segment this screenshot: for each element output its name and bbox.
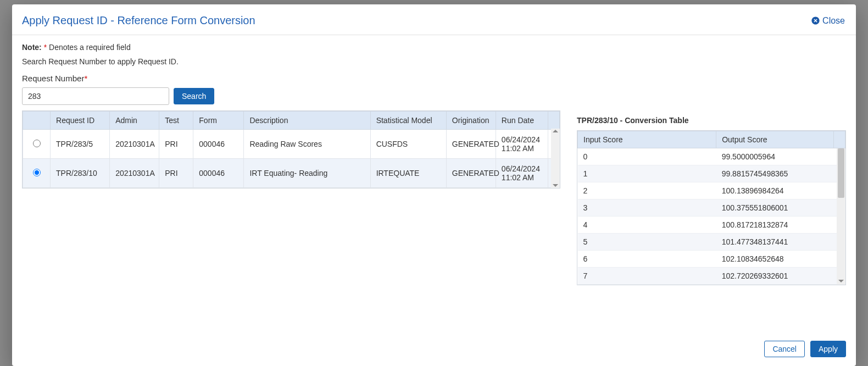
- results-pane: Request ID Admin Test Form Description S…: [22, 110, 560, 330]
- cell-output-score: 102.720269332601: [716, 268, 834, 285]
- col-output-score[interactable]: Output Score: [716, 131, 834, 148]
- note-bold: Note:: [22, 43, 42, 52]
- results-header-row: Request ID Admin Test Form Description S…: [23, 112, 560, 130]
- row-select-radio[interactable]: [33, 169, 41, 176]
- row-select-cell: [23, 159, 51, 188]
- results-scrollbar[interactable]: [551, 129, 560, 188]
- apply-button[interactable]: Apply: [810, 341, 846, 357]
- conversion-row: 3100.375551806001: [578, 199, 845, 217]
- cell-request-id: TPR/283/10: [51, 159, 110, 188]
- cell-run-date: 06/24/2024 11:02 AM: [496, 130, 548, 159]
- cell-input-score: 1: [578, 165, 716, 182]
- modal-dialog: Apply Request ID - Reference Form Conver…: [12, 4, 856, 366]
- conversion-pane: TPR/283/10 - Conversion Table Input Scor…: [577, 110, 846, 330]
- scroll-up-icon[interactable]: [553, 130, 558, 132]
- conversion-row: 199.8815745498365: [578, 165, 845, 182]
- close-icon: [811, 16, 820, 25]
- col-input-score[interactable]: Input Score: [578, 131, 716, 148]
- close-label: Close: [822, 16, 845, 26]
- cell-model: CUSFDS: [370, 130, 446, 159]
- cell-input-score: 0: [578, 148, 716, 165]
- conversion-row: 6102.10834652648: [578, 251, 845, 268]
- cell-admin: 20210301A: [110, 159, 159, 188]
- col-origination[interactable]: Origination: [446, 112, 496, 130]
- request-number-input[interactable]: [22, 87, 169, 105]
- cell-run-date: 06/24/2024 11:02 AM: [496, 159, 548, 188]
- conversion-row: 2100.13896984264: [578, 182, 845, 199]
- cell-request-id: TPR/283/5: [51, 130, 110, 159]
- note-line: Note: * Denotes a required field: [22, 43, 846, 52]
- col-spacer: [548, 112, 559, 130]
- table-row[interactable]: TPR/283/1020210301APRI000046IRT Equating…: [23, 159, 560, 188]
- conversion-table-wrap: Input Score Output Score 099.50000059641…: [577, 130, 846, 285]
- cell-output-score: 100.13896984264: [716, 182, 834, 199]
- conversion-scrollbar[interactable]: [837, 148, 845, 285]
- results-table-wrap: Request ID Admin Test Form Description S…: [22, 110, 560, 188]
- cell-input-score: 3: [578, 199, 716, 217]
- close-button[interactable]: Close: [811, 16, 845, 26]
- cell-origination: GENERATED: [446, 130, 496, 159]
- col-model[interactable]: Statistical Model: [370, 112, 446, 130]
- col-form[interactable]: Form: [193, 112, 244, 130]
- conversion-row: 099.5000005964: [578, 148, 845, 165]
- cell-output-score: 102.10834652648: [716, 251, 834, 268]
- col-description[interactable]: Description: [244, 112, 370, 130]
- table-row[interactable]: TPR/283/520210301APRI000046Reading Raw S…: [23, 130, 560, 159]
- col-admin[interactable]: Admin: [110, 112, 159, 130]
- cell-input-score: 2: [578, 182, 716, 199]
- conversion-header-row: Input Score Output Score: [578, 131, 845, 148]
- request-number-label: Request Number*: [22, 74, 846, 83]
- col-spacer: [834, 131, 845, 148]
- col-request-id[interactable]: Request ID: [51, 112, 110, 130]
- conversion-title: TPR/283/10 - Conversion Table: [577, 116, 846, 125]
- conversion-row: 7102.720269332601: [578, 268, 845, 285]
- required-asterisk-icon: *: [84, 74, 87, 83]
- required-asterisk-icon: *: [44, 43, 47, 52]
- conversion-table: Input Score Output Score 099.50000059641…: [577, 131, 845, 285]
- scroll-down-icon[interactable]: [553, 184, 558, 187]
- modal-body: Note: * Denotes a required field Search …: [12, 35, 856, 335]
- cell-origination: GENERATED: [446, 159, 496, 188]
- modal-header: Apply Request ID - Reference Form Conver…: [12, 4, 856, 35]
- cell-output-score: 99.8815745498365: [716, 165, 834, 182]
- cell-output-score: 101.477348137441: [716, 234, 834, 251]
- cell-input-score: 6: [578, 251, 716, 268]
- cell-form: 000046: [193, 159, 244, 188]
- results-table: Request ID Admin Test Form Description S…: [23, 111, 560, 188]
- conversion-row: 4100.817218132874: [578, 217, 845, 234]
- cell-input-score: 7: [578, 268, 716, 285]
- col-test[interactable]: Test: [159, 112, 193, 130]
- cell-description: IRT Equating- Reading: [244, 159, 370, 188]
- cancel-button[interactable]: Cancel: [764, 341, 805, 357]
- conversion-row: 5101.477348137441: [578, 234, 845, 251]
- cell-output-score: 99.5000005964: [716, 148, 834, 165]
- content-split: Request ID Admin Test Form Description S…: [22, 110, 846, 330]
- note-text: Denotes a required field: [49, 43, 131, 52]
- row-select-radio[interactable]: [33, 140, 41, 147]
- search-row: Search: [22, 87, 846, 105]
- cell-test: PRI: [159, 159, 193, 188]
- search-button[interactable]: Search: [174, 88, 214, 104]
- cell-input-score: 5: [578, 234, 716, 251]
- cell-model: IRTEQUATE: [370, 159, 446, 188]
- instruction-text: Search Request Number to apply Request I…: [22, 57, 846, 66]
- cell-input-score: 4: [578, 217, 716, 234]
- cell-description: Reading Raw Scores: [244, 130, 370, 159]
- cell-form: 000046: [193, 130, 244, 159]
- cell-test: PRI: [159, 130, 193, 159]
- modal-footer: Cancel Apply: [12, 335, 856, 366]
- cell-output-score: 100.375551806001: [716, 199, 834, 217]
- scroll-down-icon[interactable]: [838, 280, 844, 282]
- row-select-cell: [23, 130, 51, 159]
- col-run-date[interactable]: Run Date: [496, 112, 548, 130]
- scrollbar-thumb[interactable]: [838, 148, 844, 198]
- cell-output-score: 100.817218132874: [716, 217, 834, 234]
- modal-title: Apply Request ID - Reference Form Conver…: [22, 14, 255, 27]
- cell-admin: 20210301A: [110, 130, 159, 159]
- col-select-header: [23, 112, 51, 130]
